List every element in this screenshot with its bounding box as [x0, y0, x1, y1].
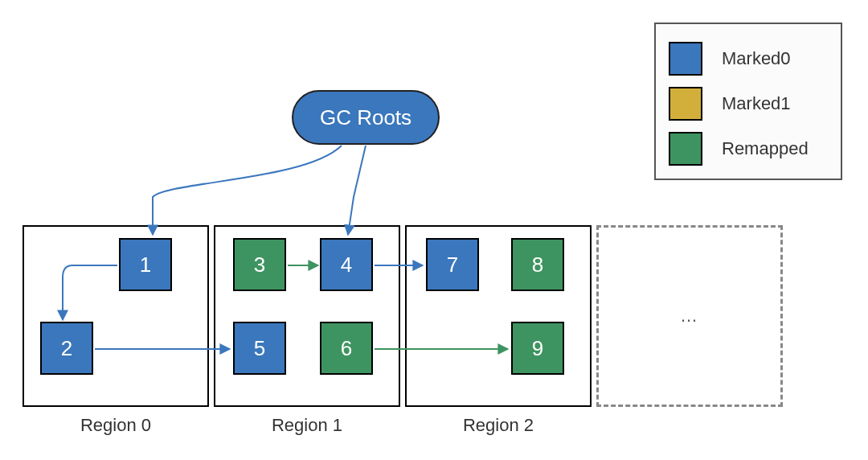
legend-label-marked1: Marked1 [722, 93, 791, 114]
cell-7-text: 7 [447, 253, 458, 277]
cell-8-text: 8 [532, 253, 543, 277]
legend: Marked0 Marked1 Remapped [654, 23, 842, 180]
edge-root-c1 [153, 146, 342, 235]
cell-3: 3 [233, 238, 286, 291]
diagram-canvas: GC Roots Marked0 Marked1 Remapped … Regi… [0, 0, 868, 460]
cell-7: 7 [426, 238, 479, 291]
legend-swatch-marked1 [669, 87, 702, 121]
legend-item-marked1: Marked1 [669, 87, 828, 121]
legend-item-marked0: Marked0 [669, 42, 828, 76]
region-empty: … [596, 225, 783, 407]
legend-label-marked0: Marked0 [722, 48, 791, 69]
gc-roots-label: GC Roots [320, 105, 411, 130]
cell-9: 9 [511, 322, 564, 375]
cell-6-text: 6 [341, 336, 352, 361]
legend-label-remapped: Remapped [722, 138, 809, 159]
edge-root-c4 [348, 146, 366, 235]
region-label-2: Region 2 [405, 415, 592, 436]
legend-swatch-marked0 [669, 42, 702, 76]
cell-6: 6 [320, 322, 373, 375]
cell-5-text: 5 [254, 336, 265, 361]
cell-3-text: 3 [254, 253, 265, 277]
region-0 [23, 225, 209, 407]
cell-1-text: 1 [140, 253, 151, 277]
region-empty-ellipsis: … [680, 306, 699, 327]
cell-5: 5 [233, 322, 286, 375]
legend-item-remapped: Remapped [669, 132, 828, 166]
cell-4: 4 [320, 238, 373, 291]
cell-8: 8 [511, 238, 564, 291]
region-label-1: Region 1 [214, 415, 400, 436]
region-label-0: Region 0 [23, 415, 209, 436]
cell-2-text: 2 [61, 336, 72, 361]
cell-1: 1 [119, 238, 172, 291]
cell-9-text: 9 [532, 336, 543, 361]
gc-roots-node: GC Roots [292, 90, 440, 145]
cell-4-text: 4 [341, 253, 352, 277]
cell-2: 2 [40, 322, 93, 375]
legend-swatch-remapped [669, 132, 702, 166]
